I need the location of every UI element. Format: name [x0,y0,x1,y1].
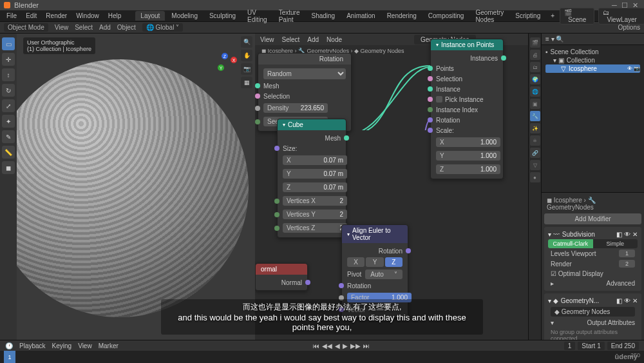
tab-texpaint[interactable]: Texture Paint [274,8,305,25]
sock-rot-out[interactable] [406,248,411,253]
tl-marker[interactable]: Marker [99,342,118,349]
viewlayer-field[interactable]: 🗂 ViewLayer [598,8,644,25]
menu-window[interactable]: Window [72,11,103,21]
cube-x[interactable]: X0.07 m [283,155,347,165]
tab-animation[interactable]: Animation [341,11,380,21]
jump-end-icon[interactable]: ⏭ [363,342,370,349]
density-field[interactable]: Density223.650 [263,103,328,113]
tab-add[interactable]: + [547,11,558,21]
options-dropdown[interactable]: Options [618,24,640,31]
node-align-title[interactable]: ▾Align Euler to Vector [342,225,408,243]
tool-select-box[interactable]: ▭ [2,37,15,50]
sock-idx-in[interactable] [428,107,433,112]
levels-render[interactable]: 2 [619,260,635,268]
sock-mesh-out[interactable] [344,135,349,141]
prop-physics-icon[interactable]: ⚛ [530,135,540,146]
ne-node[interactable]: Node [327,36,342,43]
node-instance-on-points[interactable]: ▾Instance on Points Instances Points Sel… [430,39,504,179]
tl-keying[interactable]: Keying [52,342,72,349]
inst-sx[interactable]: X1.000 [436,137,500,147]
prop-data-icon[interactable]: ▽ [530,160,540,170]
sock-instance-in[interactable] [428,86,433,92]
tab-rendering[interactable]: Rendering [382,11,422,21]
tl-playback[interactable]: Playback [19,342,46,349]
collection-item[interactable]: ▾ ▣ Collection [545,56,640,64]
mode-selector[interactable]: Object Mode [4,23,48,32]
prop-viewlayer-icon[interactable]: 🗂 [530,62,540,72]
prop-output-icon[interactable]: 🖨 [530,50,540,60]
subsurf-mode[interactable]: Catmull-ClarkSimple [548,239,638,248]
play-rev-icon[interactable]: ◀ [335,342,340,349]
sock-vy[interactable] [274,212,279,217]
sock-instances-out[interactable] [501,55,506,61]
nav-gizmo[interactable]: X Y Z [215,53,240,77]
scene-field[interactable]: 🎬 Scene [560,8,594,25]
prop-modifier-icon[interactable]: 🔧 [530,111,540,121]
prop-constraint-icon[interactable]: 🔗 [530,148,540,158]
tab-geonodes[interactable]: Geometry Nodes [470,8,509,25]
hdr-view[interactable]: View [55,24,69,31]
chevron-down-icon[interactable]: ▾ [436,42,439,48]
playhead[interactable]: 1 [4,351,15,363]
inst-sy[interactable]: Y1.000 [436,151,500,161]
levels-viewport[interactable]: 1 [619,250,635,257]
tab-shading[interactable]: Shading [306,11,340,21]
cube-vy[interactable]: Vertices Y2 [283,210,347,219]
hdr-object[interactable]: Object [117,24,136,31]
prop-object-icon[interactable]: ▣ [530,99,540,109]
menu-render[interactable]: Render [42,11,71,21]
sock-vz[interactable] [274,226,279,231]
start-frame[interactable]: Start 1 [578,342,604,350]
hdr-add[interactable]: Add [99,24,111,31]
axis-y[interactable]: Y [366,257,383,267]
orientation[interactable]: 🌐 Global ˅ [142,23,183,32]
sock-size-in[interactable] [274,146,279,151]
end-frame[interactable]: End 250 [607,342,639,350]
axis-z[interactable]: Z [385,257,402,267]
sock-scale-in[interactable] [428,128,433,133]
menu-edit[interactable]: Edit [22,11,41,21]
node-normal[interactable]: ormal Normal [255,263,308,291]
timeline-track[interactable]: 1 250 [0,351,644,363]
prop-scene-icon[interactable]: 🌍 [530,74,540,84]
pick-checkbox[interactable] [436,96,442,103]
node-cube[interactable]: ▾Cube Mesh Size: X0.07 m Y0.07 m Z0.07 m… [277,119,346,238]
axis-x[interactable]: X [347,257,365,267]
sock-rot-in2[interactable] [428,117,433,123]
geometry-node-editor[interactable]: View Select Add Node Geometry Nodes ◼ Ic… [255,34,528,340]
tool-addcube[interactable]: ◼ [2,161,15,174]
subsurf-header[interactable]: ▾ 〰 Subdivision ◧ 👁 ✕ [548,230,638,239]
tool-cursor[interactable]: ✛ [2,53,15,66]
tool-measure[interactable]: 📏 [2,146,15,159]
prop-world-icon[interactable]: 🌐 [530,86,540,97]
tab-layout[interactable]: Layout [135,11,165,21]
prop-render-icon[interactable]: 🎬 [530,37,540,48]
camera-icon[interactable]: 📷 [241,63,252,75]
sock-density-in[interactable] [255,106,260,111]
menu-help[interactable]: Help [104,11,126,21]
prop-material-icon[interactable]: ● [530,172,540,182]
pan-icon[interactable]: ✋ [241,50,252,61]
sock-rot-in[interactable] [339,283,344,288]
node-normal-title[interactable]: ormal [256,264,307,275]
timeline-editor-icon[interactable]: 🕐 [5,342,13,349]
ne-select[interactable]: Select [282,36,300,43]
cube-vx[interactable]: Vertices X2 [283,196,347,206]
scene-collection[interactable]: ▪ Scene Collection [545,48,640,56]
sock-selection-in[interactable] [255,93,260,99]
cube-sphere-object[interactable] [17,59,249,317]
tool-rotate[interactable]: ↻ [2,84,15,97]
menu-file[interactable]: File [3,11,21,21]
tl-view[interactable]: View [78,342,92,349]
node-group-field[interactable]: ◆ Geometry Nodes [551,307,635,317]
chevron-down-icon[interactable]: ▾ [283,122,285,128]
prop-particle-icon[interactable]: ✨ [530,123,540,133]
zoom-icon[interactable]: 🔍 [241,36,252,48]
cube-z[interactable]: Z0.07 m [283,182,347,192]
node-inst-title[interactable]: ▾Instance on Points [431,39,503,50]
add-modifier-button[interactable]: Add Modifier [544,213,641,224]
node-cube-title[interactable]: ▾Cube [278,119,346,130]
icosphere-item[interactable]: ▽ Icosphere 👁 📷 [545,64,640,73]
hdr-select[interactable]: Select [75,24,93,31]
prev-key-icon[interactable]: ◀◀ [322,342,332,349]
